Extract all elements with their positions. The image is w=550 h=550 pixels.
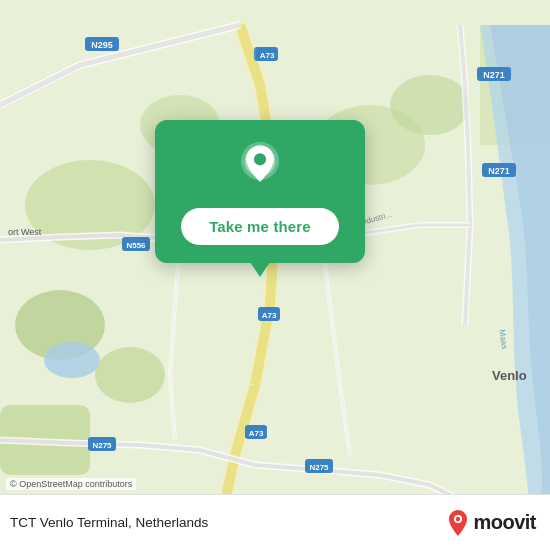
- svg-text:ort West: ort West: [8, 227, 42, 237]
- svg-text:N556: N556: [126, 241, 146, 250]
- svg-text:N295: N295: [91, 40, 113, 50]
- popup-card: Take me there: [155, 120, 365, 263]
- svg-text:N271: N271: [488, 166, 510, 176]
- map-background: N295 N271 N271 A73 A73 A73 A73 N556 N275…: [0, 0, 550, 550]
- location-label: TCT Venlo Terminal, Netherlands: [10, 515, 208, 530]
- svg-text:A73: A73: [249, 429, 264, 438]
- bottom-bar: TCT Venlo Terminal, Netherlands moovit: [0, 494, 550, 550]
- svg-point-3: [95, 347, 165, 403]
- osm-attribution: © OpenStreetMap contributors: [6, 478, 136, 490]
- svg-text:N271: N271: [483, 70, 505, 80]
- svg-text:A73: A73: [260, 51, 275, 60]
- svg-point-9: [44, 342, 100, 378]
- location-pin-icon: [234, 142, 286, 194]
- svg-text:Venlo: Venlo: [492, 368, 527, 383]
- map-container: N295 N271 N271 A73 A73 A73 A73 N556 N275…: [0, 0, 550, 550]
- svg-text:A73: A73: [262, 311, 277, 320]
- svg-text:N275: N275: [309, 463, 329, 472]
- take-me-there-button[interactable]: Take me there: [181, 208, 339, 245]
- moovit-logo: moovit: [447, 509, 536, 537]
- svg-point-39: [456, 516, 460, 520]
- svg-point-6: [390, 75, 470, 135]
- moovit-pin-icon: [447, 509, 469, 537]
- svg-text:N275: N275: [92, 441, 112, 450]
- moovit-brand-text: moovit: [473, 511, 536, 534]
- svg-point-37: [254, 153, 266, 165]
